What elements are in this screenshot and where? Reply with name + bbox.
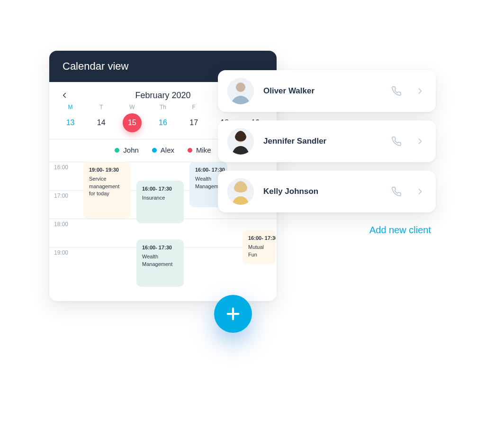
avatar (227, 128, 254, 155)
phone-icon[interactable] (390, 185, 403, 198)
date-cell[interactable]: 13 (55, 113, 86, 132)
date-cell[interactable]: 14 (86, 113, 117, 132)
dot-icon (152, 148, 157, 153)
app-stage: Calendar view February 2020 M T W Th F S… (0, 0, 485, 448)
weekday: W (117, 104, 147, 110)
chevron-right-icon[interactable] (414, 85, 426, 97)
chevron-right-icon[interactable] (414, 185, 426, 198)
weekday: M (55, 104, 86, 110)
client-name: Oliver Walker (263, 86, 381, 96)
add-client-button[interactable]: Add new client (218, 221, 436, 236)
event-title: Service management for today (89, 175, 125, 197)
event-card[interactable]: 16:00- 17:30Insurance (136, 181, 184, 223)
weekday: T (86, 104, 117, 110)
event-title: Mutual Fun (248, 244, 270, 258)
event-time: 16:00- 17:30 (248, 235, 270, 242)
client-actions (390, 85, 426, 97)
legend-item: John (115, 146, 139, 154)
client-list: Oliver Walker Jennifer Sandler (218, 70, 436, 236)
event-title: Wealth Management (142, 253, 178, 268)
hour-label: 19:00 (49, 247, 75, 256)
event-time: 16:00- 17:30 (142, 244, 178, 251)
event-card[interactable]: 16:00- 17:30Wealth Management (136, 239, 184, 287)
dot-icon (188, 148, 192, 153)
legend-item: Mike (188, 146, 211, 154)
hour-label: 18:00 (49, 219, 75, 228)
client-actions (390, 185, 426, 198)
event-time: 19:00- 19:30 (89, 166, 125, 174)
event-time: 16:00- 17:30 (142, 185, 178, 192)
phone-icon[interactable] (390, 85, 403, 97)
client-name: Jennifer Sandler (263, 137, 381, 146)
event-card[interactable]: 19:00- 19:30Service management for today (83, 162, 131, 219)
client-card[interactable]: Kelly Johnson (218, 171, 436, 212)
event-title: Insurance (142, 194, 178, 201)
client-actions (390, 135, 426, 147)
avatar (227, 178, 254, 205)
hour-label: 17:00 (49, 191, 75, 199)
phone-icon[interactable] (390, 135, 403, 147)
hour-label: 16:00 (49, 162, 75, 171)
date-cell[interactable]: 16 (147, 113, 178, 132)
legend-item: Alex (152, 146, 174, 154)
weekday: F (179, 104, 209, 110)
add-fab[interactable] (214, 295, 252, 333)
client-name: Kelly Johnson (263, 187, 381, 196)
chevron-left-icon[interactable] (58, 89, 71, 102)
date-cell-selected[interactable]: 15 (117, 113, 147, 132)
weekday: Th (147, 104, 178, 110)
client-card[interactable]: Oliver Walker (218, 70, 436, 112)
avatar (227, 78, 254, 104)
client-card[interactable]: Jennifer Sandler (218, 120, 436, 162)
dot-icon (115, 148, 119, 153)
date-cell[interactable]: 17 (179, 113, 209, 132)
chevron-right-icon[interactable] (414, 135, 426, 147)
month-label: February 2020 (135, 91, 190, 101)
svg-point-1 (236, 82, 245, 92)
